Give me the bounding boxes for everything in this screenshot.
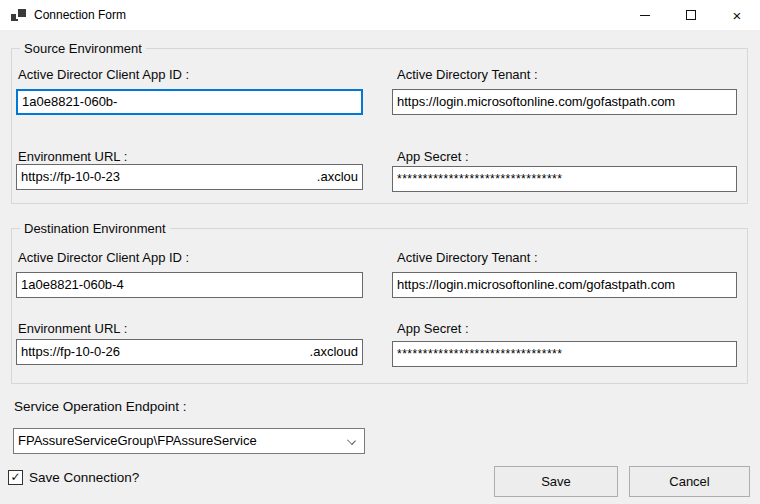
- source-client-app-id-input[interactable]: 1a0e8821-060b-: [16, 89, 363, 115]
- chevron-down-icon: [347, 436, 356, 445]
- service-operation-endpoint-value: FPAssureServiceGroup\FPAssureService: [18, 433, 257, 448]
- save-button[interactable]: Save: [494, 466, 618, 497]
- source-app-secret-label: App Secret :: [397, 149, 469, 164]
- destination-environment-url-label: Environment URL :: [18, 321, 127, 336]
- destination-app-secret-input[interactable]: ********************************: [392, 341, 737, 367]
- source-environment-url-input[interactable]: https://fp-10-0-23 .axclou: [16, 164, 363, 190]
- service-operation-endpoint-label: Service Operation Endpoint :: [14, 399, 187, 414]
- save-connection-checkbox[interactable]: ✓: [8, 470, 23, 485]
- save-connection-row: ✓ Save Connection?: [8, 470, 139, 485]
- maximize-button[interactable]: [668, 0, 714, 30]
- source-tenant-label: Active Directory Tenant :: [397, 67, 538, 82]
- destination-client-app-id-input[interactable]: 1a0e8821-060b-4: [16, 272, 363, 298]
- destination-group-title: Destination Environment: [20, 221, 170, 236]
- window-title: Connection Form: [34, 0, 126, 30]
- save-connection-label: Save Connection?: [29, 470, 139, 485]
- close-button[interactable]: ×: [714, 0, 760, 30]
- source-environment-url-label: Environment URL :: [18, 149, 127, 164]
- destination-environment-url-value: https://fp-10-0-26: [21, 340, 120, 364]
- destination-client-app-id-label: Active Director Client App ID :: [18, 250, 189, 265]
- service-operation-endpoint-select[interactable]: FPAssureServiceGroup\FPAssureService: [13, 428, 365, 454]
- cancel-button[interactable]: Cancel: [629, 466, 750, 497]
- source-tenant-input[interactable]: https://login.microsoftonline.com/gofast…: [392, 89, 737, 115]
- source-environment-url-value: https://fp-10-0-23: [21, 165, 120, 189]
- source-app-secret-input[interactable]: ********************************: [392, 166, 737, 192]
- minimize-icon: [640, 15, 650, 16]
- title-bar: Connection Form ×: [0, 0, 760, 30]
- source-client-app-id-label: Active Director Client App ID :: [18, 67, 189, 82]
- destination-tenant-label: Active Directory Tenant :: [397, 250, 538, 265]
- source-group-title: Source Environment: [20, 41, 146, 56]
- maximize-icon: [686, 10, 696, 20]
- app-icon: [11, 7, 27, 23]
- destination-environment-url-suffix: .axcloud: [310, 340, 358, 364]
- destination-tenant-input[interactable]: https://login.microsoftonline.com/gofast…: [392, 272, 737, 298]
- minimize-button[interactable]: [622, 0, 668, 30]
- source-environment-url-suffix: .axclou: [317, 165, 358, 189]
- destination-environment-url-input[interactable]: https://fp-10-0-26 .axcloud: [16, 339, 363, 365]
- destination-app-secret-label: App Secret :: [397, 321, 469, 336]
